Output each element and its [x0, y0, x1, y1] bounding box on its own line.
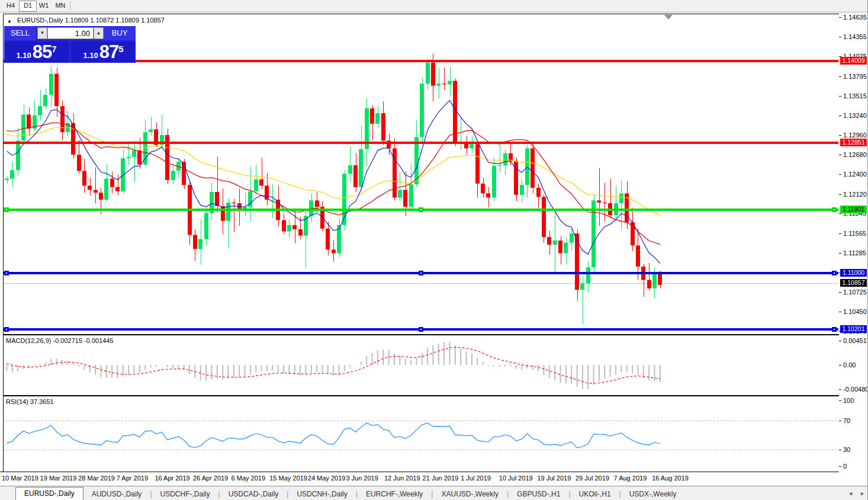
date-tick-label: 24 May 2019 [308, 475, 346, 482]
date-tick-label: 10 Jul 2019 [499, 475, 533, 482]
tabs-scroll-left-icon[interactable]: ◄ [848, 491, 853, 496]
timeframe-button-h4[interactable]: H4 [2, 1, 19, 11]
chart-title: EURUSD-,Daily [17, 17, 63, 24]
axis-tick [839, 466, 841, 467]
time-axis[interactable]: 10 Mar 201919 Mar 201928 Mar 20197 Apr 2… [0, 472, 839, 486]
tab-eurusd-daily[interactable]: EURUSD-,Daily [15, 487, 83, 500]
tab-usdcad-daily[interactable]: USDCAD-,Daily [220, 488, 287, 500]
axis-tick [839, 312, 841, 312]
date-tick-label: 19 Jul 2019 [537, 475, 571, 482]
axis-tick [839, 116, 841, 116]
rsi-axis-label: 30 [843, 446, 850, 453]
axis-tick [839, 341, 841, 341]
buy-price-button[interactable]: 1.10 87 5 [71, 41, 136, 63]
date-tick-label: 28 Mar 2019 [78, 475, 115, 482]
timeframe-button-d1[interactable]: D1 [19, 1, 37, 12]
date-tick-label: 15 May 2019 [269, 475, 307, 482]
sell-price-prefix: 1.10 [16, 51, 31, 60]
axis-tick [839, 421, 841, 421]
scroll-to-end-marker-icon[interactable] [664, 15, 673, 20]
date-tick-label: 29 Jul 2019 [576, 475, 609, 482]
buy-price-prefix: 1.10 [83, 51, 98, 60]
timeframe-button-w1[interactable]: W1 [36, 1, 52, 11]
axis-tick [839, 76, 841, 77]
tab-eurchf-weekly[interactable]: EURCHF-,Weekly [358, 488, 431, 500]
price-tick-label: 1.11285 [843, 249, 866, 257]
price-tick-label: 1.13240 [843, 112, 867, 119]
date-tick-label: 26 Apr 2019 [193, 475, 228, 482]
volume-increase-icon[interactable]: ▲ [94, 27, 104, 39]
date-tick-label: 6 May 2019 [232, 475, 265, 482]
buy-button[interactable]: BUY [104, 26, 136, 40]
tab-gbpusd-h1[interactable]: GBPUSD-,H1 [509, 488, 568, 500]
collapse-chart-icon[interactable]: ▲ [7, 18, 12, 24]
level-price-label: 1.11000 [840, 269, 867, 277]
chart-ohlc-readout: 1.10809 1.10872 1.10809 1.10857 [65, 17, 165, 24]
macd-axis-label: 0.004517 [843, 337, 868, 344]
tabs-scroll-right-icon[interactable]: ► [860, 491, 865, 496]
price-tick-label: 1.14635 [843, 14, 867, 21]
timeframe-toolbar: H4D1W1MN [0, 0, 868, 12]
macd-axis-label: 0.00 [843, 361, 856, 368]
price-tick-label: 1.12680 [843, 151, 867, 158]
timeframe-button-mn[interactable]: MN [52, 1, 69, 11]
axis-tick [839, 292, 841, 293]
toolbar-separator [70, 1, 70, 10]
level-price-label: 1.14009 [840, 57, 867, 65]
axis-tick [839, 365, 841, 366]
date-tick-label: 7 Aug 2019 [614, 475, 647, 482]
date-tick-label: 16 Apr 2019 [155, 475, 189, 482]
price-tick-label: 1.11565 [843, 230, 866, 237]
rsi-label: RSI(14) 37.3651 [6, 398, 54, 405]
axis-tick [839, 135, 841, 136]
date-tick-label: 1 Jul 2019 [461, 475, 491, 482]
tab-xauusd-weekly[interactable]: XAUUSD-,Weekly [433, 488, 506, 500]
chart-tab-bar: EURUSD-,DailyAUDUSD-,Daily|USDCHF-,Daily… [0, 486, 868, 500]
chart-window: ▲ EURUSD-,Daily 1.10809 1.10872 1.10809 … [0, 12, 868, 486]
axis-tick [839, 174, 841, 175]
axis-tick [839, 400, 841, 401]
macd-canvas[interactable] [4, 335, 838, 394]
axis-tick [839, 17, 841, 18]
sell-price-big: 85 [33, 41, 52, 63]
axis-tick [839, 155, 841, 155]
date-tick-label: 7 Apr 2019 [117, 475, 148, 482]
axis-tick [839, 37, 841, 37]
macd-axis-label: -0.004806 [843, 386, 868, 393]
volume-decrease-icon[interactable]: ▼ [37, 27, 47, 39]
tab-usdchf-daily[interactable]: USDCHF-,Daily [152, 488, 218, 500]
price-tick-label: 1.10725 [843, 289, 867, 296]
date-tick-label: 12 Jun 2019 [384, 475, 420, 482]
rsi-axis-label: 0 [843, 463, 847, 470]
tab-usdx-weekly[interactable]: USDX-,Weekly [621, 488, 685, 500]
price-axis[interactable]: 1.146351.143551.140751.137951.135151.132… [839, 12, 868, 486]
price-tick-label: 1.12120 [843, 191, 867, 198]
axis-tick [839, 194, 841, 195]
axis-tick [839, 389, 841, 390]
volume-input[interactable] [47, 27, 94, 39]
rsi-canvas[interactable] [4, 396, 838, 470]
level-price-label: 1.12851 [840, 139, 867, 146]
trading-terminal-window: H4D1W1MN ▲ EURUSD-,Daily 1.10809 1.10872… [0, 0, 868, 500]
current-price-label: 1.10857 [840, 279, 867, 287]
axis-tick [839, 96, 841, 97]
tab-ukoil-h1[interactable]: UKOil-,H1 [571, 488, 619, 500]
sell-price-button[interactable]: 1.10 85 7 [4, 41, 69, 63]
price-tick-label: 1.10450 [843, 308, 867, 315]
tab-audusd-daily[interactable]: AUDUSD-,Daily [83, 488, 150, 500]
axis-tick [839, 253, 841, 254]
date-tick-label: 16 Aug 2019 [652, 475, 689, 482]
axis-tick [839, 213, 841, 214]
buy-price-sup: 5 [118, 44, 123, 54]
price-tick-label: 1.13795 [843, 73, 867, 80]
level-price-label: 1.10201 [840, 325, 867, 333]
tab-usdcnh-daily[interactable]: USDCNH-,Daily [288, 488, 355, 500]
date-tick-label: 21 Jun 2019 [423, 475, 459, 482]
date-tick-label: 10 Mar 2019 [2, 475, 38, 482]
date-tick-label: 3 Jun 2019 [346, 475, 378, 482]
rsi-axis-label: 100 [843, 397, 854, 404]
sell-button[interactable]: SELL [4, 26, 36, 40]
axis-tick [839, 450, 841, 450]
price-tick-label: 1.12960 [843, 132, 867, 139]
chart-title-row: ▲ EURUSD-,Daily 1.10809 1.10872 1.10809 … [7, 17, 165, 24]
